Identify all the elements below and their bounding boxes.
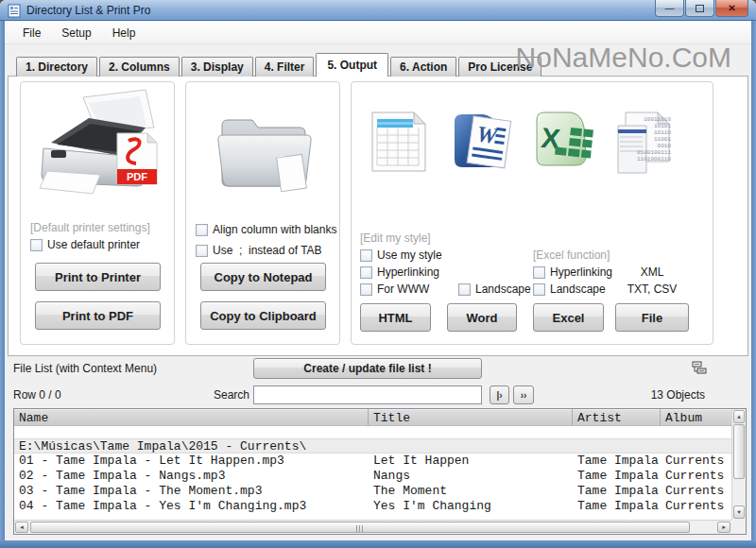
copy-to-clipboard-button[interactable]: Copy to Clipboard bbox=[200, 301, 326, 330]
excel-icon: X bbox=[531, 109, 597, 177]
checkbox-label: Use my style bbox=[377, 248, 442, 262]
binary-digits: 10011010 10101 10110 11001 0010 01001001… bbox=[637, 116, 671, 163]
edit-my-style-link[interactable]: [Edit my style] bbox=[360, 231, 431, 245]
scrollbar-corner bbox=[731, 520, 746, 534]
search-input[interactable] bbox=[253, 385, 482, 404]
scroll-down-icon: ▼ bbox=[737, 509, 741, 516]
txt-csv-label: TXT, CSV bbox=[615, 283, 689, 296]
scroll-right-button[interactable]: ► bbox=[717, 522, 730, 533]
tab-display[interactable]: 3. Display bbox=[181, 57, 253, 77]
scroll-down-button[interactable]: ▼ bbox=[733, 505, 745, 519]
checkbox-label: For WWW bbox=[377, 283, 429, 296]
cell-album: Currents bbox=[661, 469, 731, 484]
tree-icon bbox=[691, 360, 707, 375]
maximize-icon bbox=[696, 5, 704, 12]
table-row[interactable]: 04 - Tame Impala - Yes I'm Changing.mp3 … bbox=[14, 499, 731, 514]
column-header-album[interactable]: Album bbox=[661, 409, 731, 426]
landscape-excel-checkbox[interactable]: Landscape bbox=[533, 283, 606, 296]
objects-count: 13 Objects bbox=[651, 388, 705, 402]
tab-action[interactable]: 6. Action bbox=[390, 57, 456, 77]
titlebar[interactable]: Directory List & Print Pro — ✕ bbox=[0, 0, 756, 21]
cell-album: Currents bbox=[661, 499, 731, 514]
checkbox-icon bbox=[533, 266, 545, 279]
vertical-scroll-thumb[interactable] bbox=[733, 424, 745, 479]
search-all-button[interactable]: ›› bbox=[513, 385, 534, 404]
search-all-icon: ›› bbox=[521, 390, 527, 401]
search-label: Search bbox=[214, 388, 249, 402]
scroll-up-button[interactable]: ▲ bbox=[733, 410, 745, 423]
cell-title: Nangs bbox=[369, 469, 573, 484]
checkbox-icon bbox=[196, 224, 208, 236]
cell-name: 04 - Tame Impala - Yes I'm Changing.mp3 bbox=[14, 499, 369, 514]
print-to-pdf-button[interactable]: Print to PDF bbox=[35, 301, 161, 330]
checkbox-label: Hyperlinking bbox=[550, 265, 612, 279]
horizontal-scroll-thumb[interactable] bbox=[30, 522, 690, 533]
word-icon: W bbox=[449, 109, 513, 177]
table-row[interactable]: 03 - Tame Impala - The Moment.mp3 The Mo… bbox=[14, 484, 731, 499]
scroll-left-button[interactable]: ◄ bbox=[15, 522, 28, 533]
checkbox-label: Hyperlinking bbox=[377, 265, 439, 279]
thumb-grip-icon bbox=[356, 525, 364, 532]
print-to-printer-button[interactable]: Print to Printer bbox=[35, 263, 161, 291]
checkbox-icon bbox=[458, 283, 471, 296]
semicolon-checkbox[interactable]: Use ; instead of TAB bbox=[196, 244, 322, 257]
tab-filter[interactable]: 4. Filter bbox=[255, 57, 315, 77]
html-button[interactable]: HTML bbox=[360, 303, 431, 332]
cell-name: 01 - Tame Impala - Let It Happen.mp3 bbox=[14, 454, 369, 469]
horizontal-scrollbar[interactable]: ◄ ► bbox=[14, 520, 731, 534]
column-header-artist[interactable]: Artist bbox=[573, 409, 661, 426]
tree-view-button[interactable] bbox=[689, 358, 708, 377]
checkbox-icon bbox=[360, 283, 372, 296]
landscape-word-checkbox[interactable]: Landscape bbox=[458, 283, 531, 296]
printer-panel: PDF [Default printer settings] Use defau… bbox=[20, 81, 175, 345]
minimize-button[interactable]: — bbox=[655, 0, 684, 17]
column-header-name[interactable]: Name bbox=[14, 409, 369, 426]
column-header-title[interactable]: Title bbox=[369, 409, 573, 426]
window-title: Directory List & Print Pro bbox=[26, 4, 150, 17]
app-icon[interactable] bbox=[8, 4, 22, 22]
minimize-icon: — bbox=[665, 3, 675, 13]
tab-strip: 1. Directory 2. Columns 3. Display 4. Fi… bbox=[16, 53, 543, 77]
menu-file[interactable]: File bbox=[12, 24, 51, 43]
close-button[interactable]: ✕ bbox=[715, 0, 748, 17]
create-update-list-button[interactable]: Create / update file list ! bbox=[253, 358, 482, 379]
search-next-icon: |› bbox=[496, 390, 502, 401]
file-button[interactable]: File bbox=[615, 303, 689, 332]
directory-path-row[interactable]: E:\Músicas\Tame Impala\2015 - Currents\ bbox=[14, 438, 731, 454]
tab-output[interactable]: 5. Output bbox=[316, 53, 388, 77]
cell-title: Let It Happen bbox=[369, 454, 573, 469]
hyperlinking-html-checkbox[interactable]: Hyperlinking bbox=[360, 265, 439, 279]
tab-columns[interactable]: 2. Columns bbox=[99, 57, 180, 77]
for-www-checkbox[interactable]: For WWW bbox=[360, 283, 429, 296]
notepad-panel: Align column with blanks Use ; instead o… bbox=[185, 81, 340, 345]
checkbox-icon bbox=[360, 266, 372, 279]
vertical-scrollbar[interactable]: ▲ ▼ bbox=[731, 409, 746, 520]
menu-help[interactable]: Help bbox=[102, 24, 146, 43]
hyperlinking-excel-checkbox[interactable]: Hyperlinking bbox=[533, 265, 612, 279]
table-row[interactable]: 01 - Tame Impala - Let It Happen.mp3 Let… bbox=[14, 454, 731, 469]
cell-title: The Moment bbox=[369, 484, 573, 499]
excel-button[interactable]: Excel bbox=[533, 303, 604, 332]
menu-setup[interactable]: Setup bbox=[51, 24, 101, 43]
cell-artist: Tame Impala bbox=[573, 469, 661, 484]
checkbox-label: Use ; instead of TAB bbox=[213, 244, 322, 257]
checkbox-icon bbox=[30, 239, 43, 251]
default-printer-settings-link[interactable]: [Default printer settings] bbox=[30, 221, 150, 234]
row-counter: Row 0 / 0 bbox=[13, 388, 61, 402]
cell-artist: Tame Impala bbox=[573, 499, 661, 514]
use-my-style-checkbox[interactable]: Use my style bbox=[360, 248, 442, 262]
table-row[interactable]: 02 - Tame Impala - Nangs.mp3 Nangs Tame … bbox=[14, 469, 731, 484]
word-button[interactable]: Word bbox=[447, 303, 517, 332]
checkbox-label: Landscape bbox=[475, 283, 531, 296]
tab-directory[interactable]: 1. Directory bbox=[16, 57, 97, 77]
maximize-button[interactable] bbox=[685, 0, 714, 17]
copy-to-notepad-button[interactable]: Copy to Notepad bbox=[200, 263, 326, 291]
excel-function-link[interactable]: [Excel function] bbox=[533, 248, 610, 262]
align-columns-checkbox[interactable]: Align column with blanks bbox=[196, 223, 336, 236]
html-table-icon bbox=[369, 111, 427, 177]
cell-name: 03 - Tame Impala - The Moment.mp3 bbox=[14, 484, 369, 499]
use-default-printer-checkbox[interactable]: Use default printer bbox=[30, 238, 140, 251]
file-list-table: Name Title Artist Album E:\Músicas\Tame … bbox=[13, 408, 747, 535]
svg-text:PDF: PDF bbox=[127, 171, 147, 182]
search-next-button[interactable]: |› bbox=[490, 385, 509, 404]
